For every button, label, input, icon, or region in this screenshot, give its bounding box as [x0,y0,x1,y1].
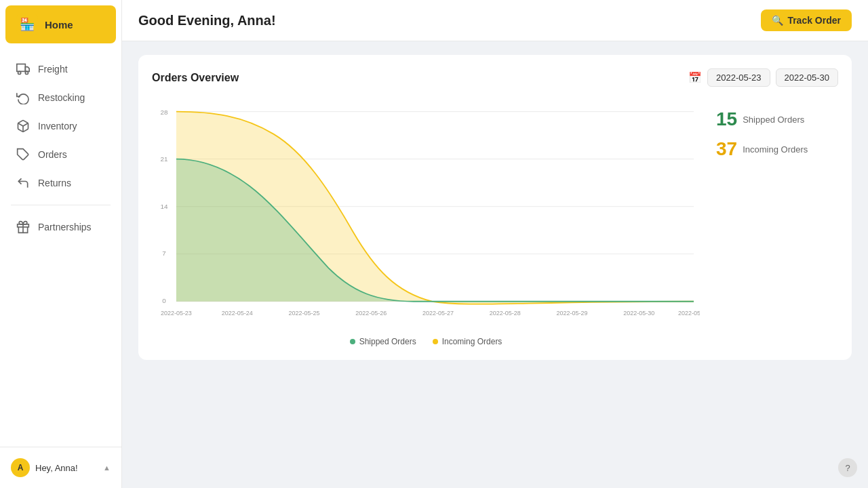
svg-text:28: 28 [160,108,167,116]
svg-marker-1 [25,67,29,72]
sidebar: 🏪 Home Freight Restocking Inventory [0,0,122,488]
chart-body: 0 7 14 21 28 [152,98,838,346]
calendar-icon: 📅 [688,71,702,84]
track-order-label: Track Order [787,15,841,26]
sidebar-item-restocking[interactable]: Restocking [5,84,116,111]
svg-text:2022-05-30: 2022-05-30 [623,310,654,317]
svg-text:2022-05-25: 2022-05-25 [289,310,320,317]
sidebar-bottom: A Hey, Anna! ▲ [0,447,121,488]
user-name: Hey, Anna! [35,463,98,473]
chart-header: Orders Overview 📅 2022-05-23 2022-05-30 [152,68,838,87]
refresh-icon [16,91,30,104]
chart-svg-container: 0 7 14 21 28 [152,98,700,331]
date-to-pill[interactable]: 2022-05-30 [776,68,839,87]
inventory-label: Inventory [38,121,77,131]
svg-text:2022-05-29: 2022-05-29 [557,310,588,317]
svg-point-3 [25,71,28,74]
sidebar-item-orders[interactable]: Orders [5,141,116,168]
shipped-stat-label: Shipped Orders [743,115,804,125]
return-icon [16,176,30,190]
sidebar-item-partnerships[interactable]: Partnerships [5,214,116,241]
sidebar-nav: Freight Restocking Inventory Orders [0,49,121,447]
shipped-legend-dot [350,339,355,344]
returns-label: Returns [38,178,71,188]
chevron-up-icon: ▲ [103,464,111,472]
shipped-stat: 15 Shipped Orders [716,108,838,130]
sidebar-logo[interactable]: 🏪 Home [5,5,116,43]
sidebar-item-returns[interactable]: Returns [5,169,116,197]
date-range-selector: 📅 2022-05-23 2022-05-30 [688,68,838,87]
chart-title: Orders Overview [152,72,239,84]
sidebar-item-freight[interactable]: Freight [5,56,116,83]
avatar: A [11,458,30,477]
svg-text:21: 21 [160,155,167,163]
truck-icon [16,62,30,76]
sidebar-divider [11,205,111,205]
svg-text:2022-05-27: 2022-05-27 [422,310,454,317]
restocking-label: Restocking [38,92,85,103]
gift-icon [16,220,30,234]
incoming-stat: 37 Incoming Orders [716,138,838,160]
svg-text:7: 7 [162,249,165,257]
partnerships-label: Partnerships [38,222,92,232]
incoming-legend-label: Incoming Orders [442,337,502,346]
box-icon [16,119,30,133]
chart-svg: 0 7 14 21 28 [152,98,700,329]
freight-label: Freight [38,64,68,75]
svg-text:2022-05-31: 2022-05-31 [678,310,700,317]
incoming-legend-dot [433,339,438,344]
logo-icon: 🏪 [16,14,38,35]
track-order-button[interactable]: 🔍 Track Order [761,9,852,31]
help-button[interactable]: ? [838,458,857,477]
search-icon: 🔍 [772,15,783,26]
sidebar-item-inventory[interactable]: Inventory [5,113,116,140]
shipped-legend-label: Shipped Orders [359,337,416,346]
svg-text:0: 0 [162,297,166,304]
svg-text:2022-05-24: 2022-05-24 [222,310,253,317]
legend-incoming: Incoming Orders [433,337,502,346]
tag-icon [16,148,30,161]
legend-shipped: Shipped Orders [350,337,416,346]
incoming-count: 37 [716,138,737,160]
main-content: Good Evening, Anna! 🔍 Track Order Orders… [122,0,868,488]
orders-label: Orders [38,149,67,160]
date-from-pill[interactable]: 2022-05-23 [707,68,770,87]
chart-stats: 15 Shipped Orders 37 Incoming Orders [716,98,838,346]
svg-point-2 [18,71,21,74]
header: Good Evening, Anna! 🔍 Track Order [122,0,868,41]
sidebar-user[interactable]: A Hey, Anna! ▲ [5,453,116,483]
chart-area: 0 7 14 21 28 [152,98,700,346]
svg-text:2022-05-23: 2022-05-23 [161,310,192,317]
svg-text:2022-05-26: 2022-05-26 [355,310,387,317]
main-area: Orders Overview 📅 2022-05-23 2022-05-30 … [122,41,868,488]
svg-text:14: 14 [160,203,167,210]
orders-overview-card: Orders Overview 📅 2022-05-23 2022-05-30 … [138,55,852,360]
svg-text:2022-05-28: 2022-05-28 [490,310,521,317]
chart-legend: Shipped Orders Incoming Orders [152,337,700,346]
incoming-stat-label: Incoming Orders [743,144,808,155]
logo-label: Home [45,19,73,30]
page-title: Good Evening, Anna! [138,13,276,28]
svg-rect-0 [17,64,25,72]
shipped-count: 15 [716,108,737,130]
